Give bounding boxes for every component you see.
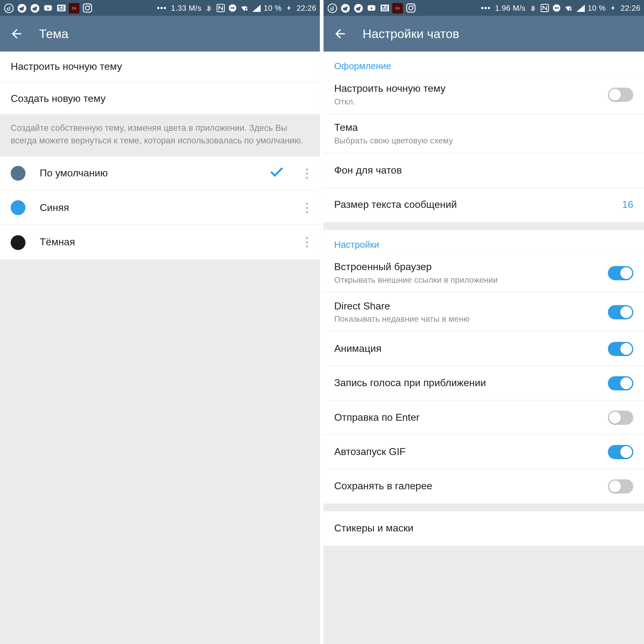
app-icon: Dz: [69, 3, 80, 13]
dnd-icon: [228, 3, 237, 12]
phone-screen-theme: Dz ••• 1.33 M/s 10 %: [0, 0, 320, 644]
send-by-enter-title: Отправка по Enter: [334, 412, 420, 424]
inapp-browser-sub: Открывать внешние ссылки в приложении: [334, 275, 601, 284]
net-speed: 1.33 M/s: [171, 3, 202, 12]
svg-rect-25: [385, 6, 387, 7]
section-header-appearance: Оформление: [324, 52, 644, 75]
svg-rect-8: [61, 6, 64, 7]
svg-rect-15: [230, 8, 235, 9]
chat-background-title: Фон для чатов: [334, 164, 402, 176]
autoplay-gif-title: Автозапуск GIF: [334, 446, 406, 458]
send-by-enter-row[interactable]: Отправка по Enter: [324, 401, 644, 435]
theme-row[interactable]: Синяя: [0, 191, 320, 225]
status-right: ••• 1.33 M/s 10 % 22:26: [156, 3, 316, 12]
autoplay-gif-toggle[interactable]: [608, 445, 633, 459]
svg-rect-4: [57, 5, 65, 11]
save-to-gallery-row[interactable]: Сохранять в галерее: [324, 469, 644, 503]
inapp-browser-row[interactable]: Встроенный браузер Открывать внешние ссы…: [324, 253, 644, 292]
status-bar: Dz ••• 1.96 M/s 10 %: [324, 0, 644, 16]
night-theme-toggle[interactable]: [608, 87, 633, 102]
text-size-title: Размер текста сообщений: [334, 199, 457, 211]
text-size-value: 16: [622, 199, 633, 211]
more-icon: •••: [480, 4, 492, 12]
page-title: Настройки чатов: [363, 27, 459, 41]
battery-percent: 10 %: [588, 3, 606, 12]
svg-rect-23: [381, 8, 387, 9]
theme-row[interactable]: Тема Выбрать свою цветовую схему: [324, 114, 644, 153]
svg-rect-22: [381, 6, 384, 8]
night-theme-row[interactable]: Настроить ночную тему Откл.: [324, 75, 644, 114]
news-icon: [56, 3, 66, 13]
telegram-icon: [353, 3, 364, 13]
svg-rect-6: [58, 8, 64, 9]
youtube-icon: [366, 3, 377, 13]
theme-label: По умолчанию: [40, 168, 255, 180]
theme-color-swatch: [11, 235, 25, 250]
wifi-icon: [240, 3, 249, 12]
direct-share-title: Direct Share: [334, 300, 601, 312]
svg-rect-27: [406, 4, 415, 12]
autoplay-gif-row[interactable]: Автозапуск GIF: [324, 435, 644, 469]
telegram-icon: [340, 3, 351, 13]
app-bar: Настройки чатов: [324, 16, 644, 52]
status-right: ••• 1.96 M/s 10 % 22:26: [480, 3, 641, 12]
theme-menu-button[interactable]: [299, 168, 315, 179]
raise-to-speak-toggle[interactable]: [608, 376, 633, 390]
charging-icon: [285, 3, 293, 12]
instagram-icon: [405, 3, 416, 13]
svg-point-0: [4, 4, 13, 13]
chat-background-row[interactable]: Фон для чатов: [324, 153, 644, 188]
svg-rect-9: [61, 7, 64, 8]
telegram-icon: [30, 3, 40, 13]
telegram-icon: [17, 3, 27, 13]
svg-rect-10: [83, 4, 92, 12]
stickers-row[interactable]: Стикеры и маски: [324, 511, 644, 546]
create-theme-label: Создать новую тему: [11, 93, 106, 105]
theme-sub: Выбрать свою цветовую схему: [334, 136, 633, 145]
theme-menu-button[interactable]: [299, 237, 315, 248]
phone-screen-chat-settings: Dz ••• 1.96 M/s 10 %: [324, 0, 644, 644]
nfc-icon: [540, 3, 549, 12]
dnd-icon: [552, 3, 561, 12]
inapp-browser-title: Встроенный браузер: [334, 261, 601, 273]
more-icon: •••: [156, 4, 168, 12]
send-by-enter-toggle[interactable]: [608, 410, 633, 425]
direct-share-sub: Показывать недавние чаты в меню: [334, 314, 601, 324]
inapp-browser-toggle[interactable]: [608, 266, 633, 280]
svg-point-12: [89, 5, 90, 6]
svg-rect-24: [381, 10, 387, 10]
animation-toggle[interactable]: [608, 341, 633, 356]
theme-row[interactable]: Тёмная: [0, 225, 320, 259]
signal-icon: [576, 3, 585, 12]
svg-rect-26: [385, 7, 387, 8]
section-header-settings: Настройки: [324, 230, 644, 253]
theme-menu-button[interactable]: [299, 203, 315, 213]
save-to-gallery-toggle[interactable]: [608, 479, 633, 493]
night-theme-row[interactable]: Настроить ночную тему: [0, 52, 320, 83]
svg-rect-7: [58, 10, 64, 10]
animation-title: Анимация: [334, 343, 381, 355]
instagram-icon: [82, 3, 92, 13]
app-icon: Dz: [392, 3, 403, 13]
night-theme-label: Настроить ночную тему: [11, 61, 122, 73]
back-button[interactable]: [332, 25, 348, 42]
status-left-icons: Dz: [327, 3, 416, 13]
stickers-title: Стикеры и маски: [334, 523, 414, 535]
svg-rect-32: [554, 8, 559, 9]
text-size-row[interactable]: Размер текста сообщений 16: [324, 188, 644, 222]
theme-row[interactable]: По умолчанию: [0, 157, 320, 191]
direct-share-row[interactable]: Direct Share Показывать недавние чаты в …: [324, 293, 644, 332]
animation-row[interactable]: Анимация: [324, 332, 644, 366]
night-theme-title: Настроить ночную тему: [334, 83, 601, 95]
bluetooth-icon: [204, 3, 213, 12]
create-theme-row[interactable]: Создать новую тему: [0, 83, 320, 114]
svg-point-28: [408, 6, 413, 10]
tiktok-icon: [3, 3, 14, 13]
clock: 22:26: [621, 3, 641, 12]
check-icon: [269, 164, 284, 182]
theme-title: Тема: [334, 122, 633, 134]
raise-to-speak-row[interactable]: Запись голоса при приближении: [324, 366, 644, 400]
page-title: Тема: [39, 27, 68, 41]
direct-share-toggle[interactable]: [608, 305, 633, 319]
back-button[interactable]: [8, 25, 25, 42]
